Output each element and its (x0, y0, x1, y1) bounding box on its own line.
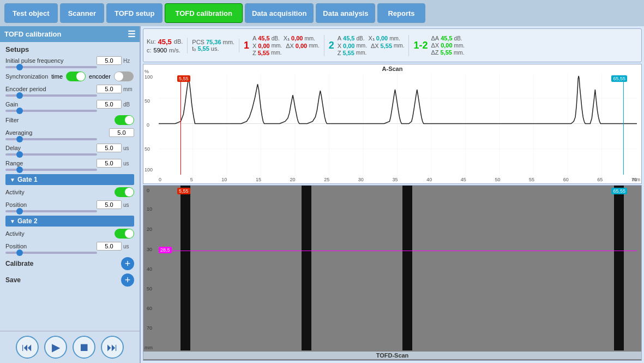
m1-x-val: 0,00 (258, 43, 269, 49)
sync-row: Synchronization time encoder (5, 72, 134, 81)
initial-pulse-input[interactable] (97, 56, 122, 65)
gate2-position-slider[interactable] (5, 252, 134, 254)
range-unit: us (123, 160, 134, 166)
tofd-vertical-mid2 (402, 186, 412, 350)
ascan-marker-right-line (623, 75, 624, 175)
gate1-header: ▼ Gate 1 (5, 174, 134, 185)
encoder-period-row: Encoder period mm (5, 85, 134, 93)
tofd-gate-line (159, 251, 637, 251)
m2-a-val: 45,5 (343, 35, 354, 41)
delay-row: Delay us (5, 144, 134, 152)
nav-test-object[interactable]: Test object (4, 3, 58, 23)
transport-rewind[interactable]: ⏮ (16, 336, 39, 359)
filter-row: Filter (5, 115, 134, 125)
m12-dx-label: ΔX (431, 42, 440, 49)
encoder-period-input[interactable] (97, 85, 122, 93)
gain-input[interactable] (97, 100, 122, 109)
c-val: 5900 (154, 47, 167, 53)
gate2-arrow: ▼ (10, 218, 15, 224)
tofd-title: TOFD-Scan (143, 352, 641, 359)
transport-stop[interactable]: ⏹ (73, 336, 95, 359)
m12-da-label: ΔA (431, 35, 440, 41)
ascan-svg (159, 73, 637, 175)
m2-z-val: 5,55 (342, 50, 354, 56)
ku-label: Ku: (147, 38, 156, 45)
gate1-label: Gate 1 (17, 176, 38, 183)
gain-slider[interactable] (5, 110, 134, 112)
gate1-position-slider[interactable] (5, 210, 134, 212)
right-content: Ku: 45,5 dB. c: 5900 m/s. PCS 75,36 mm. (141, 26, 644, 363)
marker12-block: ΔA 45,5 dB. ΔX 0,00 mm. ΔZ 5,55 mm. (431, 35, 465, 56)
averaging-input[interactable] (109, 128, 134, 137)
filter-toggle[interactable] (115, 115, 134, 125)
panel-header: TOFD calibration ☰ (0, 26, 140, 42)
save-button[interactable]: + (121, 273, 134, 287)
initial-pulse-slider[interactable] (5, 66, 134, 68)
gate2-position-input[interactable] (97, 242, 122, 251)
tofd-y-40: 40 (147, 266, 152, 272)
calibrate-button[interactable]: + (121, 257, 134, 270)
m12-dx-unit: mm. (454, 43, 465, 49)
gate2-activity-row: Activity (5, 229, 134, 239)
m1-dx-val: 0,00 (296, 43, 307, 49)
nav-reports[interactable]: Reports (377, 3, 425, 23)
m2-dx-unit: mm. (394, 43, 404, 49)
sync-time-toggle[interactable] (66, 72, 86, 81)
nav-data-analysis[interactable]: Data analysis (316, 3, 375, 23)
gate1-position-input[interactable] (97, 200, 122, 209)
t0-unit: us. (211, 45, 219, 52)
tofd-marker-left-label: 5,55 (177, 188, 190, 194)
marker1-block: A 45,5 dB. X₁ 0,00 mm. X 0,00 mm. ΔX 0,0… (252, 35, 324, 56)
range-input[interactable] (97, 159, 122, 168)
nav-tofd-calibration[interactable]: TOFD calibration (165, 3, 243, 23)
save-row: Save + (5, 273, 134, 287)
pcs-label: PCS (192, 39, 204, 45)
m1-z-unit: mm. (271, 50, 281, 56)
m2-dx-val: 5,55 (381, 43, 392, 49)
m2-z-unit: mm. (356, 50, 366, 56)
gate2-label: Gate 2 (17, 217, 38, 225)
calibrate-row: Calibrate + (5, 257, 134, 270)
tofd-y-50: 50 (147, 286, 152, 291)
gate2-header: ▼ Gate 2 (5, 216, 134, 227)
initial-pulse-label: Initial pulse frequency (5, 57, 97, 64)
m2-a-unit: dB. (356, 35, 364, 41)
menu-icon[interactable]: ☰ (128, 29, 135, 39)
marker2-num: 2 (329, 40, 334, 51)
ascan-title: A-Scan (143, 66, 641, 72)
nav-data-acquisition[interactable]: Data acquisition (245, 3, 314, 23)
nav-scanner[interactable]: Scanner (60, 3, 104, 23)
range-slider[interactable] (5, 169, 134, 171)
tofd-y-70: 70 (147, 325, 152, 331)
charts-area: A-Scan % 100 50 0 50 100 5,55 65,55 (143, 64, 642, 361)
encoder-period-slider[interactable] (5, 94, 134, 97)
ascan-marker-left-line (180, 75, 181, 175)
gate2-activity-toggle[interactable] (115, 229, 134, 239)
sync-encoder-toggle[interactable] (114, 72, 134, 81)
delay-slider[interactable] (5, 153, 134, 156)
marker1-num: 1 (244, 40, 249, 51)
m12-dz-val: 5,55 (441, 49, 452, 56)
gate1-activity-toggle[interactable] (115, 187, 134, 197)
transport-play[interactable]: ▶ (44, 336, 67, 359)
m12-dx-val: 0,00 (441, 42, 452, 49)
pcs-unit: mm. (223, 39, 234, 45)
m1-a-label: A (252, 35, 256, 41)
transport-controls: ⏮ ▶ ⏹ ⏭ (0, 331, 140, 363)
m2-z-label: Z (338, 50, 341, 56)
transport-forward[interactable]: ⏭ (101, 336, 124, 359)
nav-tofd-setup[interactable]: TOFD setup (106, 3, 162, 23)
delay-input[interactable] (97, 144, 122, 152)
averaging-slider[interactable] (5, 138, 134, 140)
c-label: c: (147, 47, 152, 53)
averaging-label: Averaging (5, 129, 109, 136)
m1-dx-unit: mm. (309, 43, 319, 49)
m1-z-label: Z (252, 50, 256, 56)
measurement-row: Ku: 45,5 dB. c: 5900 m/s. PCS 75,36 mm. (143, 28, 642, 62)
tofd-vertical-left (180, 186, 190, 350)
main-layout: TOFD calibration ☰ Setups Initial pulse … (0, 26, 644, 363)
gate2-position-unit: us (123, 243, 134, 249)
ascan-container: A-Scan % 100 50 0 50 100 5,55 65,55 (143, 64, 642, 184)
tofd-y-30: 30 (147, 247, 152, 252)
marker12-num: 1-2 (413, 40, 428, 51)
